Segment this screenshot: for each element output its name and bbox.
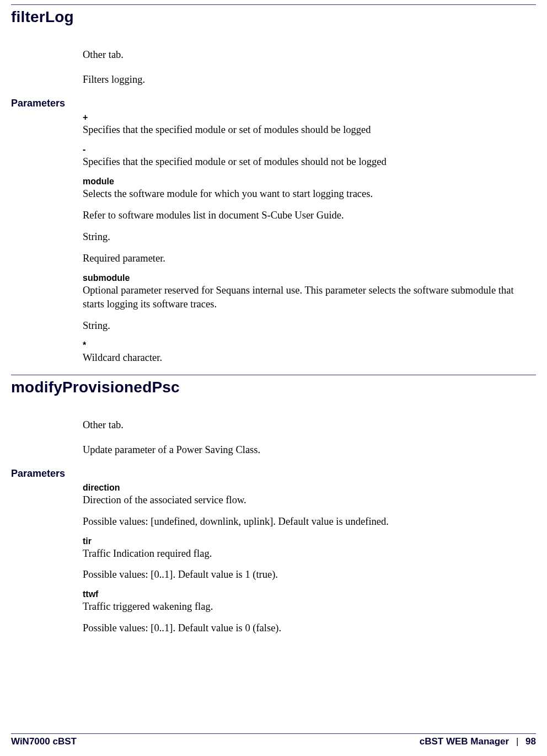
param-name: * bbox=[83, 340, 519, 350]
intro-para: Other tab. bbox=[83, 48, 519, 62]
param-desc: Selects the software module for which yo… bbox=[83, 187, 519, 201]
footer-left: WiN7000 cBST bbox=[11, 736, 77, 747]
section-title: filterLog bbox=[11, 8, 536, 26]
section-rule bbox=[11, 375, 536, 375]
param-desc: Traffic triggered wakening flag. bbox=[83, 600, 519, 614]
param-name: tir bbox=[83, 536, 519, 546]
param-name: + bbox=[83, 113, 519, 123]
section-intro: Other tab. Update parameter of a Power S… bbox=[83, 418, 519, 457]
param-desc: Required parameter. bbox=[83, 252, 519, 265]
section-intro: Other tab. Filters logging. bbox=[83, 48, 519, 87]
param-desc: Possible values: [0..1]. Default value i… bbox=[83, 621, 519, 635]
param-desc: Specifies that the specified module or s… bbox=[83, 155, 519, 169]
footer-right-label: cBST WEB Manager bbox=[420, 736, 509, 747]
param-desc: Wildcard character. bbox=[83, 351, 519, 365]
param-desc: Possible values: [0..1]. Default value i… bbox=[83, 568, 519, 582]
footer-sep: | bbox=[516, 736, 518, 747]
param-desc: String. bbox=[83, 230, 519, 244]
param-desc: Specifies that the specified module or s… bbox=[83, 123, 519, 137]
parameters-block: direction Direction of the associated se… bbox=[83, 483, 519, 636]
intro-para: Update parameter of a Power Saving Class… bbox=[83, 443, 519, 457]
section-title: modifyProvisionedPsc bbox=[11, 379, 536, 396]
page-footer: WiN7000 cBST cBST WEB Manager | 98 bbox=[11, 733, 536, 747]
footer-right: cBST WEB Manager | 98 bbox=[420, 736, 536, 747]
param-desc: Possible values: [undefined, downlink, u… bbox=[83, 515, 519, 529]
parameters-heading: Parameters bbox=[11, 98, 536, 109]
param-desc: Refer to software modules list in docume… bbox=[83, 209, 519, 222]
param-name: module bbox=[83, 177, 519, 187]
param-name: - bbox=[83, 145, 519, 155]
param-desc: Optional parameter reserved for Sequans … bbox=[83, 284, 519, 311]
param-name: ttwf bbox=[83, 589, 519, 599]
intro-para: Other tab. bbox=[83, 418, 519, 432]
param-desc: Traffic Indication required flag. bbox=[83, 547, 519, 561]
parameters-heading: Parameters bbox=[11, 468, 536, 480]
page-number: 98 bbox=[525, 736, 536, 747]
intro-para: Filters logging. bbox=[83, 73, 519, 87]
parameters-block: + Specifies that the specified module or… bbox=[83, 113, 519, 365]
param-name: direction bbox=[83, 483, 519, 493]
param-desc: String. bbox=[83, 319, 519, 333]
section-rule bbox=[11, 4, 536, 5]
param-name: submodule bbox=[83, 273, 519, 283]
param-desc: Direction of the associated service flow… bbox=[83, 493, 519, 507]
